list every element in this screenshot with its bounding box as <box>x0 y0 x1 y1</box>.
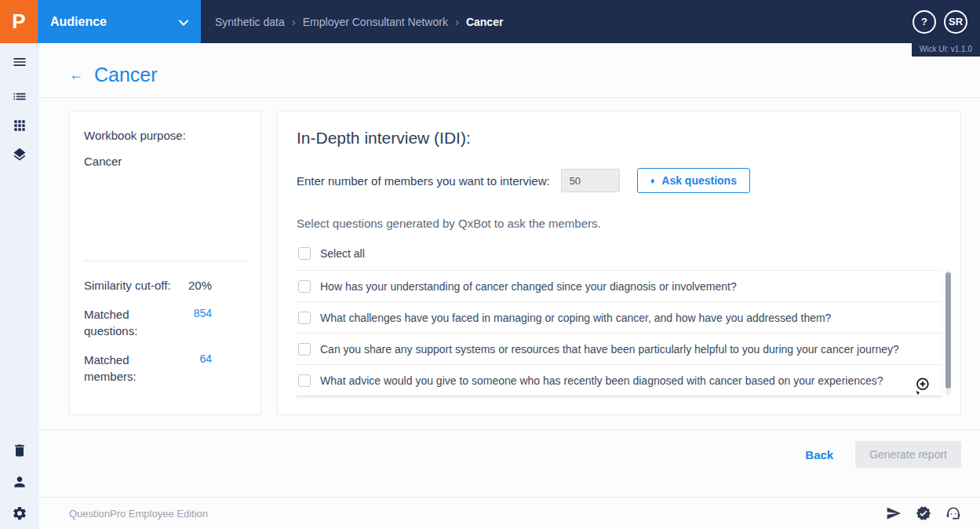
topbar-right: ? SR <box>913 0 980 43</box>
purpose-label: Workbook purpose: <box>84 129 246 142</box>
matched-members-label: Matched members: <box>84 352 172 385</box>
similarity-row: Similarity cut-off: 20% <box>84 277 246 294</box>
question-row[interactable]: What challenges have you faced in managi… <box>297 301 942 333</box>
breadcrumb-item-current: Cancer <box>466 16 503 28</box>
list-view-icon[interactable] <box>12 89 27 104</box>
gear-icon[interactable] <box>12 505 27 521</box>
version-label: Wick UI: v1.1.0 <box>912 43 980 57</box>
page-title-text: Cancer <box>94 64 158 86</box>
product-switcher[interactable]: Audience <box>38 0 201 43</box>
ask-questions-button[interactable]: ♦ Ask questions <box>637 168 750 193</box>
breadcrumb-separator-icon: › <box>292 15 296 28</box>
question-text: Can you share any support systems or res… <box>320 343 899 356</box>
grid-view-icon[interactable] <box>12 118 27 133</box>
idi-title: In-Depth interview (IDI): <box>297 129 942 148</box>
select-all-row[interactable]: Select all <box>297 247 942 260</box>
page-title: ← Cancer <box>69 64 980 86</box>
question-checkbox[interactable] <box>298 312 311 324</box>
question-text: What challenges have you faced in managi… <box>320 312 831 324</box>
avatar[interactable]: SR <box>944 10 967 34</box>
breadcrumb: Synthetic data › Employer Consultant Net… <box>201 0 503 43</box>
qxbot-instructions: Select questions generated by QxBot to a… <box>297 217 942 230</box>
sidebar <box>0 43 39 529</box>
question-checkbox[interactable] <box>298 280 311 293</box>
matched-questions-value[interactable]: 854 <box>194 306 212 322</box>
back-arrow-icon[interactable]: ← <box>69 67 83 83</box>
select-all-label: Select all <box>320 247 365 260</box>
menu-icon[interactable] <box>12 54 27 70</box>
app-shell: ← Cancer Workbook purpose: Cancer Simila… <box>0 43 980 529</box>
questionpro-logo[interactable]: P <box>0 0 38 43</box>
select-all-checkbox[interactable] <box>298 247 311 260</box>
breadcrumb-item-synthetic-data[interactable]: Synthetic data <box>215 16 285 28</box>
footer-icons <box>886 505 961 521</box>
purpose-value: Cancer <box>84 155 246 168</box>
layers-icon[interactable] <box>12 147 27 162</box>
product-name: Audience <box>50 15 107 29</box>
question-row[interactable]: How has your understanding of cancer cha… <box>297 270 942 301</box>
member-count-row: Enter number of members you want to inte… <box>297 168 942 193</box>
question-checkbox[interactable] <box>298 343 311 356</box>
sidebar-bottom-group <box>12 443 27 521</box>
matched-members-row: Matched members: 64 <box>84 352 246 385</box>
workbook-summary-panel: Workbook purpose: Cancer Similarity cut-… <box>69 111 261 415</box>
idi-panel: In-Depth interview (IDI): Enter number o… <box>277 111 961 415</box>
edition-label: QuestionPro Employee Edition <box>69 508 208 520</box>
summary-divider <box>84 261 246 261</box>
back-button[interactable]: Back <box>805 448 833 462</box>
trash-icon[interactable] <box>12 443 27 458</box>
logo-letter: P <box>12 9 25 34</box>
title-bar: ← Cancer <box>39 43 980 98</box>
matched-questions-label: Matched questions: <box>84 306 172 339</box>
similarity-value: 20% <box>188 277 212 294</box>
cursor-add-icon <box>913 377 931 399</box>
ask-questions-label: Ask questions <box>661 174 737 187</box>
question-row[interactable]: Can you share any support systems or res… <box>297 333 942 364</box>
scrollbar-thumb[interactable] <box>945 272 951 389</box>
sidebar-top-group <box>12 54 27 162</box>
topbar: P Audience Synthetic data › Employer Con… <box>0 0 980 43</box>
question-text: How has your understanding of cancer cha… <box>320 280 737 293</box>
main-content: ← Cancer Workbook purpose: Cancer Simila… <box>39 43 980 529</box>
member-count-label: Enter number of members you want to inte… <box>297 174 550 188</box>
support-agent-icon[interactable] <box>945 505 961 521</box>
question-checkbox[interactable] <box>298 374 311 387</box>
diamond-icon: ♦ <box>650 176 655 185</box>
actions-bar: Back Generate report <box>39 429 980 479</box>
content-row: Workbook purpose: Cancer Similarity cut-… <box>39 98 980 415</box>
account-icon[interactable] <box>12 474 27 490</box>
chevron-down-icon <box>179 15 188 29</box>
question-list: How has your understanding of cancer cha… <box>297 270 942 396</box>
help-button[interactable]: ? <box>913 10 936 34</box>
similarity-label: Similarity cut-off: <box>84 277 172 294</box>
question-text: What advice would you give to someone wh… <box>320 374 883 387</box>
page-footer: QuestionPro Employee Edition <box>39 497 980 529</box>
send-feedback-icon[interactable] <box>886 505 902 521</box>
breadcrumb-item-network[interactable]: Employer Consultant Network <box>303 16 448 28</box>
member-count-input[interactable] <box>561 169 620 192</box>
question-row[interactable]: What advice would you give to someone wh… <box>297 364 942 396</box>
matched-members-value[interactable]: 64 <box>199 352 212 367</box>
matched-questions-row: Matched questions: 854 <box>84 306 246 339</box>
verified-badge-icon[interactable] <box>916 505 931 521</box>
generate-report-button[interactable]: Generate report <box>855 441 961 468</box>
breadcrumb-separator-icon: › <box>455 15 459 28</box>
